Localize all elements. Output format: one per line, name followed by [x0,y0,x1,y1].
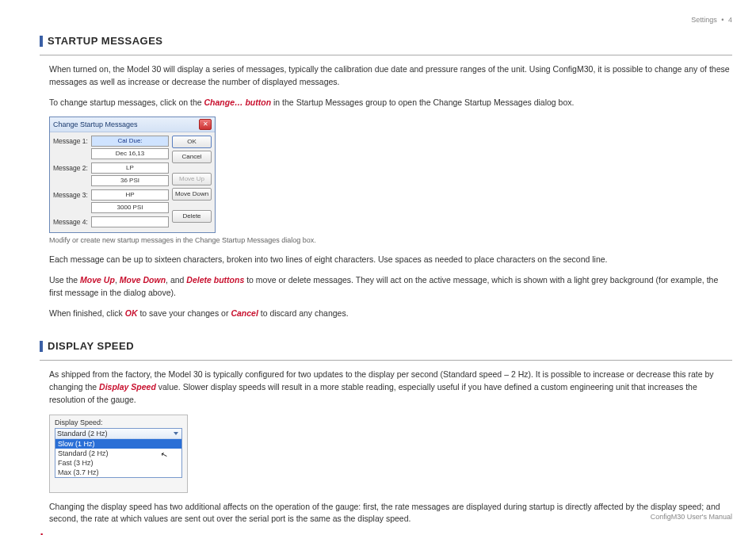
startup-okcancel-paragraph: When finished, click OK to save your cha… [49,308,732,320]
message-field[interactable]: Cal Due: [91,136,169,147]
section-heading-speed: DISPLAY SPEED [40,340,732,352]
heading-text: DISPLAY SPEED [48,340,134,352]
message-row-3b: 3000 PSI [53,202,169,213]
startup-length-paragraph: Each message can be up to sixteen charac… [49,254,732,266]
header-page-number: 4 [728,16,732,24]
page-footer-right: ConfigM30 User's Manual [651,513,732,521]
text-span: in the Startup Messages group to open th… [271,97,574,107]
text-span: When finished, click [49,308,125,318]
startup-intro-paragraph: When turned on, the Model 30 will displa… [49,63,732,89]
message-field[interactable]: 36 PSI [91,175,169,186]
message-row-1b: Dec 16,13 [53,148,169,159]
display-speed-label: Display Speed: [55,418,182,426]
moveup-reference: Move Up [80,275,115,285]
delete-reference: Delete buttons [186,275,244,285]
change-startup-messages-dialog: Change Startup Messages ✕ Message 1: Cal… [49,117,216,233]
chevron-down-icon [174,432,178,435]
text-span: to discard any changes. [258,308,349,318]
select-option-slow[interactable]: Slow (1 Hz) [55,439,181,449]
display-speed-reference: Display Speed [99,382,156,392]
change-button-reference: Change… button [204,97,272,107]
text-span: to save your changes or [137,308,231,318]
section-rule [40,55,732,55]
ok-button[interactable]: OK [172,136,212,148]
dialog-body: Message 1: Cal Due: Dec 16,13 Message 2:… [50,132,215,232]
startup-change-paragraph: To change startup messages, click on the… [49,97,732,109]
dialog-titlebar: Change Startup Messages ✕ [50,117,215,132]
move-up-button[interactable]: Move Up [172,173,212,185]
dialog-title: Change Startup Messages [53,120,138,128]
speed-intro-paragraph: As shipped from the factory, the Model 3… [49,369,732,406]
message-label: Message 4: [53,218,88,226]
message-field[interactable]: LP [91,162,169,174]
text-span: , and [166,275,186,285]
section-heading-startup: STARTUP MESSAGES [40,35,732,47]
select-option-max[interactable]: Max (3.7 Hz) [55,468,181,477]
select-dropdown-list: Slow (1 Hz) Standard (2 Hz) Fast (3 Hz) … [55,439,181,477]
close-icon[interactable]: ✕ [199,119,212,130]
select-value-text: Standard (2 Hz) [57,430,108,438]
message-field[interactable]: HP [91,189,169,201]
startup-move-paragraph: Use the Move Up, Move Down, and Delete b… [49,274,732,300]
page-header-right: Settings • 4 [691,16,732,24]
heading-accent-bar [40,341,43,352]
message-field[interactable]: 3000 PSI [91,202,169,213]
display-speed-select[interactable]: Standard (2 Hz) Slow (1 Hz) Standard (2 … [55,428,182,478]
dialog-button-column: OK Cancel Move Up Move Down Delete [172,136,212,229]
section-rule [40,360,732,361]
message-field[interactable]: Dec 16,13 [91,148,169,159]
message-row-3: Message 3: HP [53,189,169,201]
header-section: Settings [691,16,717,24]
cancel-reference: Cancel [231,308,258,318]
message-label: Message 3: [53,191,88,199]
message-row-2b: 36 PSI [53,175,169,186]
heading-text: STARTUP MESSAGES [48,35,162,47]
text-span: To change startup messages, click on the [49,97,204,107]
message-row-4: Message 4: [53,216,169,227]
delete-button[interactable]: Delete [172,210,212,223]
move-down-button[interactable]: Move Down [172,188,212,201]
message-row-2: Message 2: LP [53,162,169,174]
movedown-reference: Move Down [120,275,166,285]
dialog-caption: Modify or create new startup messages in… [49,236,732,244]
message-field[interactable] [91,216,169,227]
heading-accent-bar [40,36,43,47]
text-span: Use the [49,275,80,285]
speed-effects-paragraph: Changing the display speed has two addit… [49,501,732,526]
header-separator: • [721,16,724,24]
ok-reference: OK [125,308,138,318]
select-current-value[interactable]: Standard (2 Hz) [55,429,181,439]
message-label: Message 2: [53,164,88,172]
dialog-message-rows: Message 1: Cal Due: Dec 16,13 Message 2:… [53,136,169,229]
display-speed-panel: Display Speed: Standard (2 Hz) Slow (1 H… [49,415,188,493]
cancel-button[interactable]: Cancel [172,151,212,163]
message-row-1: Message 1: Cal Due: [53,136,169,147]
message-label: Message 1: [53,137,88,145]
